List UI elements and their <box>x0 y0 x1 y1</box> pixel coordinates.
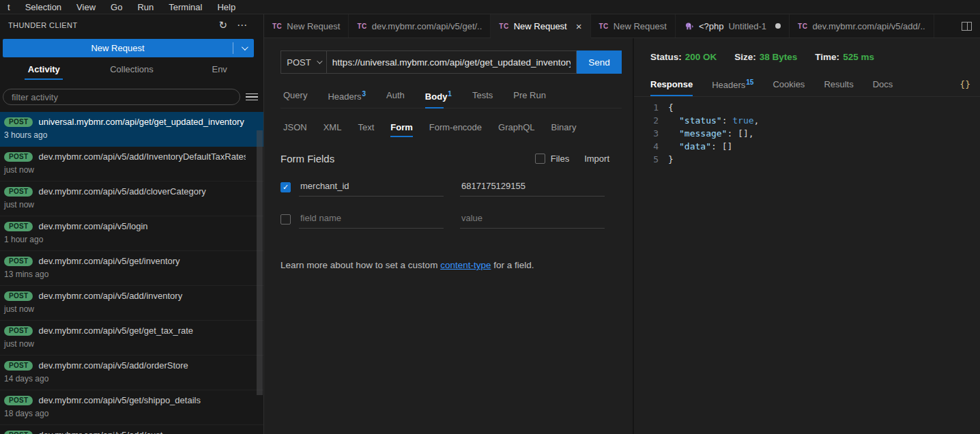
activity-item[interactable]: POSTdev.mybmr.com/api/v5/get/get_tax_rat… <box>0 321 263 356</box>
activity-item[interactable]: POSTdev.mybmr.com/api/v5/login 1 hour ag… <box>0 216 263 251</box>
editor-tab[interactable]: TC New Request <box>264 14 349 38</box>
new-request-button[interactable]: New Request <box>3 39 254 57</box>
activity-item[interactable]: POSTdev.mybmr.com/api/v5/add/inventory j… <box>0 286 263 321</box>
response-panel: Status:200 OK Size:38 Bytes Time:525 ms … <box>634 38 980 434</box>
editor-tab-bar: TC New Request TC dev.mybmr.com/api/v5/g… <box>264 14 980 38</box>
activity-item[interactable]: POSTdev.mybmr.com/api/v5/get/shippo_deta… <box>0 390 263 425</box>
tab-pre-run[interactable]: Pre Run <box>513 90 546 102</box>
request-url: dev.mybmr.com/api/v5/login <box>38 221 147 231</box>
import-link[interactable]: Import <box>584 154 609 164</box>
request-url: dev.mybmr.com/api/v5/get/inventory <box>38 256 179 266</box>
files-checkbox[interactable] <box>535 154 545 164</box>
editor-tab-label: Untitled-1 <box>728 21 766 31</box>
tab-cookies[interactable]: Cookies <box>773 79 805 89</box>
method-select[interactable]: POST <box>280 50 327 74</box>
menu-item-help[interactable]: Help <box>211 1 242 14</box>
menu-item-edit-partial[interactable]: t <box>1 1 16 14</box>
sidebar-tabs: Activity Collections Env <box>0 57 263 82</box>
request-url: dev.mybmr.com/api/v5/get/shippo_details <box>38 395 201 405</box>
modified-dot-icon <box>775 23 781 29</box>
tab-graphql[interactable]: GraphQL <box>498 122 534 132</box>
thunder-client-icon: TC <box>272 23 282 30</box>
activity-item[interactable]: POSTdev.mybmr.com/api/v5/add/orderStore … <box>0 356 263 390</box>
tab-headers[interactable]: Headers3 <box>328 90 366 102</box>
line-number: 2 <box>634 114 659 127</box>
tab-response[interactable]: Response <box>650 79 693 89</box>
activity-item[interactable]: POSTdev.mybmr.com/api/v5/add/InventoryDe… <box>0 147 263 182</box>
activity-item[interactable]: POSTdev.mybmr.com/api/v5/add/cloverCateg… <box>0 182 263 216</box>
request-time: 14 days ago <box>4 374 246 384</box>
form-field-row: ✓ <box>280 178 622 197</box>
thunder-client-sidebar: THUNDER CLIENT ↻ ⋯ New Request Activity … <box>0 14 264 434</box>
editor-tab[interactable]: TC New Request <box>591 14 676 38</box>
tab-tests[interactable]: Tests <box>472 90 493 102</box>
content-type-link[interactable]: content-type <box>440 260 491 270</box>
response-body: 1{ 2"status": true, 3"message": [], 4"da… <box>634 101 980 166</box>
tab-response-headers[interactable]: Headers15 <box>712 78 753 90</box>
request-panel: POST Send Query Headers3 Auth Body1 Test… <box>264 38 634 434</box>
tab-body[interactable]: Body1 <box>425 90 452 102</box>
tab-env[interactable]: Env <box>175 64 263 76</box>
menu-item-view[interactable]: View <box>70 1 102 14</box>
headers-count: 3 <box>362 90 366 98</box>
files-label: Files <box>551 154 569 164</box>
request-tabs: Query Headers3 Auth Body1 Tests Pre Run <box>280 85 622 108</box>
editor-tab-active[interactable]: TC New Request × <box>491 14 590 38</box>
request-url: dev.mybmr.com/api/v5/add/orderStore <box>38 360 188 371</box>
request-time: 1 hour ago <box>4 235 246 244</box>
request-time: 18 days ago <box>4 409 246 418</box>
line-number: 4 <box>634 140 659 153</box>
tab-binary[interactable]: Binary <box>551 122 577 132</box>
tab-form-encode[interactable]: Form-encode <box>429 122 482 132</box>
field-checkbox[interactable] <box>280 214 291 225</box>
field-value-input[interactable] <box>460 210 605 229</box>
menu-bar: t Selection View Go Run Terminal Help <box>0 0 980 14</box>
field-checkbox-checked[interactable]: ✓ <box>280 182 291 192</box>
activity-item[interactable]: POSTdev.mybmr.com/api/v5/add/cust <box>0 425 263 434</box>
more-actions-icon[interactable]: ⋯ <box>237 19 247 31</box>
method-badge: POST <box>4 431 33 434</box>
send-button[interactable]: Send <box>577 50 622 74</box>
tab-text[interactable]: Text <box>358 122 374 132</box>
url-input[interactable] <box>327 50 577 74</box>
new-request-dropdown[interactable] <box>233 46 254 50</box>
tab-activity[interactable]: Activity <box>0 64 88 76</box>
menu-item-terminal[interactable]: Terminal <box>162 1 208 14</box>
sidebar-scrollbar[interactable] <box>257 130 263 395</box>
field-value-input[interactable] <box>460 178 605 197</box>
menu-hamburger-icon[interactable] <box>246 93 258 101</box>
thunder-client-icon: TC <box>798 23 807 30</box>
tab-xml[interactable]: XML <box>323 122 342 132</box>
code-braces-icon[interactable]: {} <box>960 79 970 89</box>
method-value: POST <box>287 57 311 68</box>
thunder-client-icon: TC <box>357 23 366 30</box>
method-badge: POST <box>4 257 33 266</box>
field-name-input[interactable] <box>299 210 444 229</box>
method-badge: POST <box>4 187 33 197</box>
tab-auth[interactable]: Auth <box>386 90 405 102</box>
editor-tab[interactable]: TC dev.mybmr.com/api/v5/get/.. <box>349 14 491 38</box>
editor-tab-php[interactable]: <?php Untitled-1 <box>676 14 790 38</box>
editor-tab[interactable]: TC dev.mybmr.com/api/v5/add/.. <box>790 14 934 38</box>
field-name-input[interactable] <box>299 178 444 197</box>
tab-results[interactable]: Results <box>824 79 853 89</box>
menu-item-run[interactable]: Run <box>131 1 160 14</box>
activity-item[interactable]: POSTuniversal.mybmr.com/api/get/get_upda… <box>0 112 263 147</box>
refresh-icon[interactable]: ↻ <box>218 19 227 31</box>
close-icon[interactable]: × <box>576 20 582 32</box>
chevron-down-icon <box>317 58 322 63</box>
tab-docs[interactable]: Docs <box>873 79 893 89</box>
tab-json[interactable]: JSON <box>283 122 307 132</box>
split-editor-icon[interactable] <box>962 22 972 31</box>
tab-collections[interactable]: Collections <box>88 64 176 76</box>
status-label: Status: <box>650 52 682 62</box>
editor-tab-label: New Request <box>287 21 340 31</box>
tab-form[interactable]: Form <box>390 122 413 132</box>
content-type-hint: Learn more about how to set a custom con… <box>280 260 622 270</box>
menu-item-selection[interactable]: Selection <box>19 1 68 14</box>
filter-activity-input[interactable] <box>3 89 240 105</box>
activity-item[interactable]: POSTdev.mybmr.com/api/v5/get/inventory 1… <box>0 251 263 286</box>
method-badge: POST <box>4 361 33 371</box>
menu-item-go[interactable]: Go <box>104 1 128 14</box>
tab-query[interactable]: Query <box>283 90 307 102</box>
